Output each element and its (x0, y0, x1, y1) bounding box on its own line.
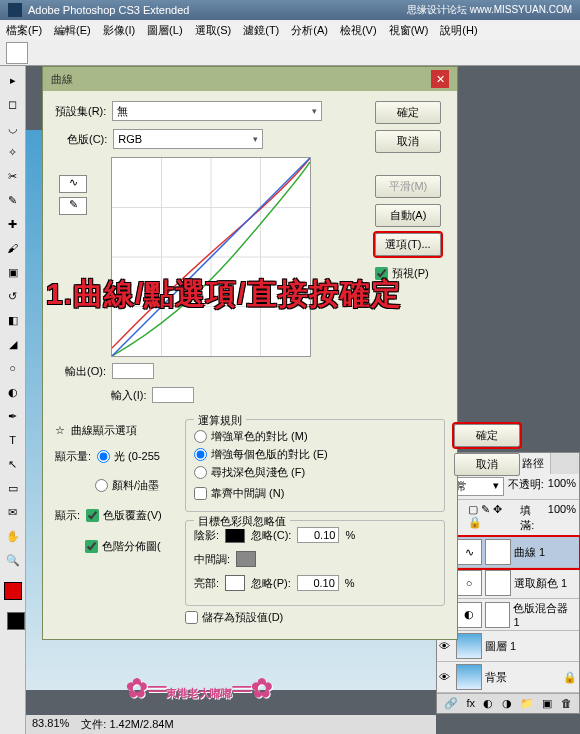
new-icon[interactable]: ▣ (542, 697, 552, 710)
history-brush-icon[interactable]: ↺ (3, 286, 23, 306)
curve-mode-icon[interactable]: ∿ (59, 175, 87, 193)
layer-mask[interactable] (485, 539, 511, 565)
save-default-checkbox[interactable] (185, 611, 198, 624)
curve-graph[interactable] (111, 157, 311, 357)
shadow-swatch[interactable] (225, 527, 245, 543)
layer-thumb[interactable] (456, 664, 482, 690)
pen-tool-icon[interactable]: ✒ (3, 406, 23, 426)
notes-tool-icon[interactable]: ✉ (3, 502, 23, 522)
foreground-color[interactable] (4, 582, 22, 600)
show-options-label[interactable]: 曲線顯示選項 (71, 423, 137, 438)
type-tool-icon[interactable]: T (3, 430, 23, 450)
eyedropper-tool-icon[interactable]: ✎ (3, 190, 23, 210)
layer-mask[interactable] (485, 602, 511, 628)
layer-thumb[interactable] (456, 633, 482, 659)
crop-tool-icon[interactable]: ✂ (3, 166, 23, 186)
smooth-button: 平滑(M) (375, 175, 441, 198)
fill-value[interactable]: 100% (548, 503, 576, 533)
eye-icon[interactable]: 👁 (439, 640, 453, 652)
highlight-ignore-label: 忽略(P): (251, 576, 291, 591)
light-radio[interactable] (97, 450, 110, 463)
fill-label: 填滿: (520, 503, 544, 533)
layer-thumb[interactable]: ◐ (456, 602, 482, 628)
link-icon[interactable]: 🔗 (444, 697, 458, 710)
wand-tool-icon[interactable]: ✧ (3, 142, 23, 162)
stamp-tool-icon[interactable]: ▣ (3, 262, 23, 282)
watermark-text: 思缘设计论坛 www.MISSYUAN.COM (407, 3, 572, 17)
hist-checkbox[interactable] (85, 540, 98, 553)
lasso-tool-icon[interactable]: ◡ (3, 118, 23, 138)
menu-file[interactable]: 檔案(F) (6, 23, 42, 38)
algo-ok-button[interactable]: 確定 (454, 424, 520, 447)
eye-icon[interactable]: 👁 (439, 671, 453, 683)
highlight-swatch[interactable] (225, 575, 245, 591)
layer-row[interactable]: 👁∿曲線 1 (437, 537, 579, 568)
brush-tool-icon[interactable]: 🖌 (3, 238, 23, 258)
layer-row[interactable]: 👁背景🔒 (437, 662, 579, 693)
menu-filter[interactable]: 濾鏡(T) (243, 23, 279, 38)
algo-per-radio[interactable] (194, 448, 207, 461)
menu-view[interactable]: 檢視(V) (340, 23, 377, 38)
options-button[interactable]: 選項(T)... (375, 233, 441, 256)
output-field[interactable] (112, 363, 154, 379)
auto-button[interactable]: 自動(A) (375, 204, 441, 227)
tool-preset-icon[interactable] (6, 42, 28, 64)
menu-analysis[interactable]: 分析(A) (291, 23, 328, 38)
overlay-checkbox[interactable] (86, 509, 99, 522)
channel-select[interactable]: RGB▾ (113, 129, 263, 149)
highlight-ignore-field[interactable] (297, 575, 339, 591)
zoom-value[interactable]: 83.81% (32, 717, 69, 732)
layer-row[interactable]: 👁圖層 1 (437, 631, 579, 662)
fx-icon[interactable]: fx (467, 697, 476, 710)
gradient-tool-icon[interactable]: ◢ (3, 334, 23, 354)
trash-icon[interactable]: 🗑 (561, 697, 572, 710)
mask-icon[interactable]: ◐ (483, 697, 493, 710)
mid-swatch[interactable] (236, 551, 256, 567)
lock-icons[interactable]: ▢ ✎ ✥ 🔒 (468, 503, 516, 533)
path-tool-icon[interactable]: ↖ (3, 454, 23, 474)
layer-thumb[interactable]: ○ (456, 570, 482, 596)
ok-button[interactable]: 確定 (375, 101, 441, 124)
shape-tool-icon[interactable]: ▭ (3, 478, 23, 498)
algo-cancel-button[interactable]: 取消 (454, 453, 520, 476)
highlight-label: 亮部: (194, 576, 219, 591)
target-fieldset: 目標色彩與忽略值 陰影:忽略(C):% 中間調: 亮部:忽略(P):% (185, 520, 445, 606)
menu-select[interactable]: 選取(S) (195, 23, 232, 38)
opacity-value[interactable]: 100% (548, 477, 576, 496)
menu-edit[interactable]: 編輯(E) (54, 23, 91, 38)
layer-name: 色版混合器 1 (513, 601, 577, 628)
hand-tool-icon[interactable]: ✋ (3, 526, 23, 546)
menu-help[interactable]: 說明(H) (440, 23, 477, 38)
blur-tool-icon[interactable]: ○ (3, 358, 23, 378)
background-color[interactable] (7, 612, 25, 630)
folder-icon[interactable]: 📁 (520, 697, 534, 710)
snap-checkbox[interactable] (194, 487, 207, 500)
marquee-tool-icon[interactable]: ◻ (3, 94, 23, 114)
menu-image[interactable]: 影像(I) (103, 23, 135, 38)
eraser-tool-icon[interactable]: ◧ (3, 310, 23, 330)
dodge-tool-icon[interactable]: ◐ (3, 382, 23, 402)
heal-tool-icon[interactable]: ✚ (3, 214, 23, 234)
preset-select[interactable]: 無▾ (112, 101, 322, 121)
algo-find-radio[interactable] (194, 466, 207, 479)
layer-thumb[interactable]: ∿ (456, 539, 482, 565)
menu-layer[interactable]: 圖層(L) (147, 23, 182, 38)
cancel-button[interactable]: 取消 (375, 130, 441, 153)
input-field[interactable] (152, 387, 194, 403)
zoom-tool-icon[interactable]: 🔍 (3, 550, 23, 570)
status-bar: 83.81% 文件: 1.42M/2.84M (26, 715, 436, 734)
layer-row[interactable]: 👁○選取顏色 1 (437, 568, 579, 599)
algo-mono-radio[interactable] (194, 430, 207, 443)
layer-mask[interactable] (485, 570, 511, 596)
shadow-ignore-field[interactable] (297, 527, 339, 543)
adj-icon[interactable]: ◑ (502, 697, 512, 710)
pencil-mode-icon[interactable]: ✎ (59, 197, 87, 215)
layer-row[interactable]: 👁◐色版混合器 1 (437, 599, 579, 631)
pigment-radio[interactable] (95, 479, 108, 492)
menu-window[interactable]: 視窗(W) (389, 23, 429, 38)
move-tool-icon[interactable]: ▸ (3, 70, 23, 90)
tab-paths[interactable]: 路徑 (516, 453, 551, 474)
close-icon[interactable]: ✕ (431, 70, 449, 88)
channel-label: 色版(C): (67, 132, 107, 147)
annotation-text: 1.曲線/點選項/直接按確定 (46, 274, 402, 315)
